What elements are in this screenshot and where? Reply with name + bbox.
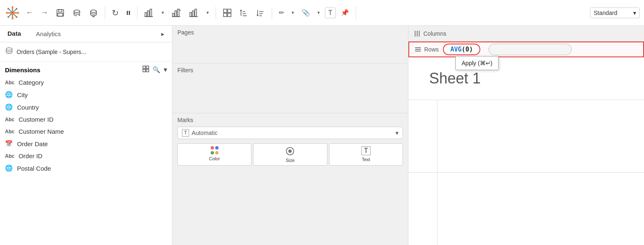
color-label: Color (209, 156, 220, 161)
svg-point-19 (91, 10, 96, 12)
chart-type-button[interactable] (142, 7, 157, 19)
main-area: Data Analytics ▸ Orders (Sample - Supers… (0, 26, 644, 245)
paperclip-arrow[interactable]: ▾ (315, 8, 322, 17)
svg-rect-38 (228, 13, 231, 17)
show-me-button[interactable] (169, 7, 184, 19)
dim-customer-name[interactable]: Abc Customer Name (0, 125, 172, 137)
dim-city[interactable]: 🌐 City (0, 88, 172, 101)
svg-rect-49 (146, 66, 149, 69)
apply-tooltip: Apply (⌘↵) (455, 56, 499, 70)
dim-country[interactable]: 🌐 Country (0, 101, 172, 113)
filters-label: Filters (177, 67, 193, 74)
dim-category[interactable]: Abc Category (0, 76, 172, 88)
refresh-button[interactable]: ↻ (109, 6, 121, 20)
pause-button[interactable] (124, 9, 133, 17)
abc-icon: Abc (5, 80, 15, 86)
svg-rect-48 (143, 66, 145, 69)
globe-icon: 🌐 (5, 164, 13, 172)
dim-country-label: Country (17, 104, 39, 111)
svg-rect-51 (146, 69, 149, 72)
marks-size-btn[interactable]: Size (253, 143, 327, 166)
tab-analytics[interactable]: Analytics ▸ (29, 26, 172, 42)
grid-cell-3 (408, 173, 438, 245)
globe-icon: 🌐 (5, 91, 13, 98)
standard-label: Standard (594, 10, 617, 16)
marks-text-btn[interactable]: T Text (329, 143, 403, 166)
svg-point-11 (16, 8, 17, 10)
svg-point-16 (74, 10, 80, 12)
svg-point-7 (6, 12, 7, 14)
sort-asc-button[interactable] (237, 7, 251, 19)
marks-type-icon: T (182, 129, 189, 137)
save-button[interactable] (53, 7, 67, 19)
dim-postal-code[interactable]: 🌐 Postal Code (0, 162, 172, 174)
abc-icon: Abc (5, 117, 15, 122)
grid-view-icon[interactable] (143, 66, 149, 74)
svg-rect-22 (145, 12, 147, 17)
marks-type-dropdown[interactable]: T Automatic ▾ (177, 127, 403, 139)
sidebar: Data Analytics ▸ Orders (Sample - Supers… (0, 26, 172, 245)
svg-rect-27 (175, 11, 177, 17)
svg-point-6 (12, 18, 13, 20)
dim-customerid-label: Customer ID (19, 116, 54, 123)
marks-label: Marks (177, 117, 193, 123)
dim-order-id[interactable]: Abc Order ID (0, 150, 172, 162)
search-icon[interactable]: 🔍 (152, 66, 160, 74)
group-button[interactable] (220, 7, 234, 19)
chart-cross-button[interactable] (187, 7, 202, 19)
grid-cell-1 (408, 100, 438, 173)
standard-dropdown[interactable]: Standard ▾ (590, 7, 640, 18)
pin-button[interactable]: 📌 (338, 7, 351, 18)
avg-parens: (0) (462, 46, 473, 53)
svg-rect-23 (147, 11, 149, 17)
svg-rect-37 (224, 13, 227, 17)
filter-dropdown-icon[interactable]: ▾ (164, 66, 167, 74)
sort-desc-button[interactable] (253, 7, 268, 19)
pencil-arrow[interactable]: ▾ (289, 8, 297, 17)
datasource-name: Orders (Sample - Supers... (17, 49, 86, 55)
rows-label: Rows (414, 46, 439, 53)
calendar-icon: 📅 (5, 140, 13, 147)
pencil-dropdown[interactable]: ✏ (276, 7, 287, 18)
back-button[interactable]: ← (23, 7, 36, 19)
add-datasource-button[interactable] (70, 7, 84, 19)
dim-customer-id[interactable]: Abc Customer ID (0, 113, 172, 125)
marks-color-btn[interactable]: Color (177, 143, 251, 166)
svg-point-47 (6, 48, 12, 50)
chart-extra-dropdown[interactable]: ▾ (204, 8, 211, 17)
dimensions-label: Dimensions (5, 66, 40, 74)
divider-1 (105, 7, 105, 19)
datasource-dropdown-button[interactable] (86, 7, 101, 19)
center-panel: Pages Filters Marks T Automatic ▾ (172, 26, 408, 245)
chart-dropdown[interactable]: ▾ (159, 8, 167, 17)
dim-category-label: Category (19, 79, 44, 86)
svg-rect-26 (172, 13, 174, 17)
svg-rect-36 (228, 9, 231, 12)
marks-type-label: Automatic (192, 130, 217, 136)
dim-postalcode-label: Postal Code (17, 165, 51, 172)
forward-button[interactable]: → (38, 7, 51, 19)
paperclip-dropdown[interactable]: 📎 (299, 7, 312, 18)
dim-order-date[interactable]: 📅 Order Date (0, 137, 172, 150)
tableau-logo (4, 5, 21, 21)
svg-point-5 (12, 6, 13, 8)
tab-data[interactable]: Data (0, 26, 29, 42)
svg-rect-21 (129, 11, 130, 15)
size-label: Size (286, 158, 295, 163)
columns-shelf: Columns (408, 26, 644, 42)
pages-label: Pages (177, 29, 194, 36)
filters-section: Filters (172, 63, 408, 113)
sheet-header: Sheet 1 (408, 57, 644, 100)
marks-section: Marks T Automatic ▾ Color (172, 113, 408, 245)
svg-rect-14 (59, 10, 62, 12)
sidebar-tabs: Data Analytics ▸ (0, 26, 172, 42)
abc-icon: Abc (5, 153, 15, 159)
avg-text: AVG (450, 46, 462, 53)
avg-pill[interactable]: AVG (0) (443, 44, 480, 55)
svg-rect-28 (177, 9, 179, 17)
dim-city-label: City (17, 91, 28, 98)
text-tool-button[interactable]: T (325, 7, 336, 18)
marks-dropdown-arrow: ▾ (396, 130, 398, 136)
columns-label: Columns (413, 30, 446, 37)
datasource-row[interactable]: Orders (Sample - Supers... (0, 42, 172, 61)
